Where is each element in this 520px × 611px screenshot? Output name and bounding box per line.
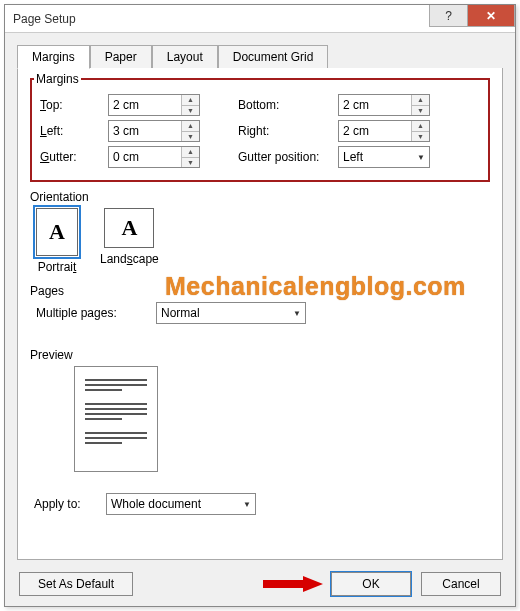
tab-margins[interactable]: Margins [17, 45, 90, 69]
page-setup-dialog: Page Setup ? ✕ Margins Paper Layout Docu… [4, 4, 516, 607]
help-button[interactable]: ? [429, 5, 467, 27]
chevron-down-icon: ▼ [412, 132, 429, 142]
preview-thumbnail [74, 366, 158, 472]
chevron-down-icon: ▼ [182, 106, 199, 116]
right-label: Right: [238, 124, 338, 138]
set-as-default-button[interactable]: Set As Default [19, 572, 133, 596]
chevron-up-icon: ▲ [182, 147, 199, 158]
apply-row: Apply to: Whole document ▼ [34, 493, 486, 515]
bottom-spinbox[interactable]: ▲▼ [338, 94, 430, 116]
window-title: Page Setup [13, 12, 429, 26]
chevron-down-icon: ▼ [412, 106, 429, 116]
tab-strip: Margins Paper Layout Document Grid [17, 44, 503, 69]
client-area: Margins Paper Layout Document Grid Margi… [5, 33, 515, 570]
margins-group: Margins Top: ▲▼ Bottom: ▲▼ Left: [30, 78, 490, 182]
left-input[interactable] [109, 121, 181, 141]
multiple-pages-combo[interactable]: Normal ▼ [156, 302, 306, 324]
right-spinner[interactable]: ▲▼ [411, 121, 429, 141]
margins-label: Margins [34, 72, 81, 86]
left-label: Left: [40, 124, 108, 138]
chevron-down-icon: ▼ [182, 158, 199, 168]
multiple-pages-value: Normal [161, 306, 200, 320]
svg-marker-0 [263, 576, 323, 592]
close-icon: ✕ [486, 9, 496, 23]
gutter-spinner[interactable]: ▲▼ [181, 147, 199, 167]
portrait-label: Portrait [38, 260, 77, 274]
cancel-button[interactable]: Cancel [421, 572, 501, 596]
red-arrow-icon [263, 576, 323, 592]
tab-panel: Margins Top: ▲▼ Bottom: ▲▼ Left: [17, 68, 503, 560]
bottom-input[interactable] [339, 95, 411, 115]
gutter-label: Gutter: [40, 150, 108, 164]
help-icon: ? [445, 9, 452, 23]
left-spinbox[interactable]: ▲▼ [108, 120, 200, 142]
dialog-button-row: Set As Default OK Cancel [19, 572, 501, 596]
chevron-down-icon: ▼ [417, 153, 425, 162]
titlebar: Page Setup ? ✕ [5, 5, 515, 33]
tab-paper[interactable]: Paper [90, 45, 152, 69]
landscape-label: Landscape [100, 252, 159, 266]
landscape-icon: A [104, 208, 154, 248]
tab-layout[interactable]: Layout [152, 45, 218, 69]
orientation-landscape[interactable]: A Landscape [100, 208, 159, 274]
gutter-input[interactable] [109, 147, 181, 167]
close-button[interactable]: ✕ [467, 5, 515, 27]
applyto-combo[interactable]: Whole document ▼ [106, 493, 256, 515]
chevron-up-icon: ▲ [412, 121, 429, 132]
gutterpos-combo[interactable]: Left ▼ [338, 146, 430, 168]
gutterpos-value: Left [343, 150, 363, 164]
chevron-down-icon: ▼ [243, 500, 251, 509]
gutter-spinbox[interactable]: ▲▼ [108, 146, 200, 168]
top-spinner[interactable]: ▲▼ [181, 95, 199, 115]
right-input[interactable] [339, 121, 411, 141]
multiple-pages-label: Multiple pages: [36, 306, 156, 320]
applyto-value: Whole document [111, 497, 201, 511]
orientation-label: Orientation [30, 190, 490, 204]
orientation-portrait[interactable]: A Portrait [36, 208, 78, 274]
chevron-down-icon: ▼ [182, 132, 199, 142]
chevron-up-icon: ▲ [182, 121, 199, 132]
bottom-label: Bottom: [238, 98, 338, 112]
gutterpos-label: Gutter position: [238, 150, 338, 164]
portrait-icon: A [36, 208, 78, 256]
preview-label: Preview [30, 348, 490, 362]
tab-document-grid[interactable]: Document Grid [218, 45, 329, 69]
left-spinner[interactable]: ▲▼ [181, 121, 199, 141]
top-input[interactable] [109, 95, 181, 115]
chevron-down-icon: ▼ [293, 309, 301, 318]
orientation-group: A Portrait A Landscape [36, 208, 490, 274]
window-buttons: ? ✕ [429, 5, 515, 32]
top-label: Top: [40, 98, 108, 112]
chevron-up-icon: ▲ [182, 95, 199, 106]
right-spinbox[interactable]: ▲▼ [338, 120, 430, 142]
pages-label: Pages [30, 284, 490, 298]
applyto-label: Apply to: [34, 497, 106, 511]
top-spinbox[interactable]: ▲▼ [108, 94, 200, 116]
chevron-up-icon: ▲ [412, 95, 429, 106]
bottom-spinner[interactable]: ▲▼ [411, 95, 429, 115]
ok-button[interactable]: OK [331, 572, 411, 596]
